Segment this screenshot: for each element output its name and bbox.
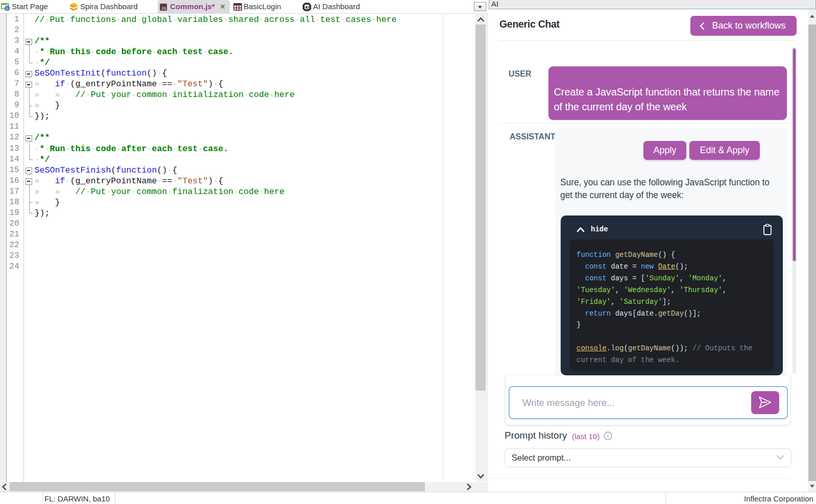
svg-text:AI: AI [305,5,309,10]
